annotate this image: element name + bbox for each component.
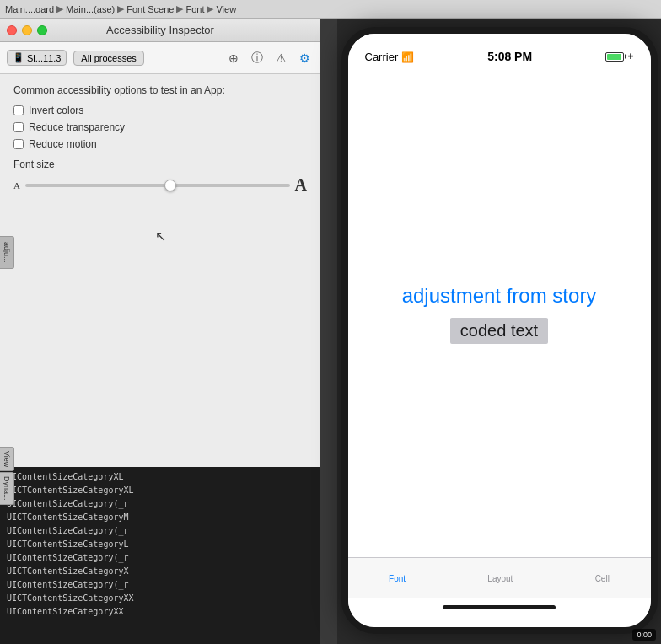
breadcrumb-item-5[interactable]: View bbox=[216, 4, 236, 14]
tab-cell[interactable]: Cell bbox=[595, 574, 610, 583]
close-button[interactable] bbox=[7, 25, 17, 35]
view-tab-label: View bbox=[3, 451, 11, 467]
iphone-frame: Carrier 📶 5:08 PM + adjustment from stor… bbox=[341, 27, 658, 634]
breadcrumb-sep-3: ▶ bbox=[176, 3, 183, 14]
reduce-transparency-label: Reduce transparency bbox=[29, 121, 125, 133]
breadcrumb-item-4[interactable]: Font bbox=[185, 4, 204, 14]
simulator-panel: Carrier 📶 5:08 PM + adjustment from stor… bbox=[337, 19, 661, 644]
code-line-2: UICTContentSizeCategoryXL bbox=[0, 484, 320, 497]
invert-colors-checkbox[interactable] bbox=[13, 105, 24, 115]
tab-layout-label: Layout bbox=[487, 574, 513, 583]
invert-colors-row: Invert colors bbox=[13, 105, 307, 116]
status-bar: Carrier 📶 5:08 PM + bbox=[348, 34, 651, 71]
options-title: Common accessibility options to test in … bbox=[13, 84, 307, 96]
code-line-1: UIContentSizeCategoryXL bbox=[0, 470, 320, 484]
story-text: adjustment from story bbox=[402, 284, 597, 308]
breadcrumb-item-3[interactable]: Font Scene bbox=[126, 4, 174, 14]
device-label: Si...11.3 bbox=[27, 53, 61, 63]
code-line-5: UIContentSizeCategory(_r bbox=[0, 524, 320, 538]
reduce-motion-label: Reduce motion bbox=[29, 138, 97, 150]
inspector-title: Accessibility Inspector bbox=[106, 24, 214, 36]
breadcrumb: Main....oard ▶ Main...(ase) ▶ Font Scene… bbox=[0, 0, 661, 19]
dyna-tab-label: Dyna... bbox=[3, 476, 11, 501]
large-a-icon: A bbox=[295, 175, 307, 195]
crosshair-icon[interactable]: ⊕ bbox=[224, 49, 243, 67]
reduce-motion-checkbox[interactable] bbox=[13, 139, 24, 149]
process-selector[interactable]: All processes bbox=[73, 51, 143, 66]
battery-plus-icon: + bbox=[627, 51, 633, 62]
font-size-slider[interactable] bbox=[25, 184, 290, 187]
reduce-motion-row: Reduce motion bbox=[13, 138, 307, 150]
breadcrumb-item-1[interactable]: Main....oard bbox=[5, 4, 54, 14]
settings-icon[interactable]: ⚙ bbox=[295, 49, 314, 67]
side-tab-label: adju... bbox=[3, 242, 11, 263]
side-tab-adjustment[interactable]: adju... bbox=[0, 236, 14, 269]
battery-fill bbox=[607, 54, 621, 60]
reduce-transparency-checkbox[interactable] bbox=[13, 122, 24, 132]
tab-font[interactable]: Font bbox=[389, 574, 406, 583]
code-line-11: UIContentSizeCategoryXX bbox=[0, 605, 320, 619]
font-size-label: Font size bbox=[13, 158, 307, 170]
tab-cell-label: Cell bbox=[595, 574, 610, 583]
mouse-cursor: ↖ bbox=[155, 228, 166, 244]
side-tab-view[interactable]: View bbox=[0, 447, 14, 473]
font-size-slider-container: A A bbox=[13, 175, 307, 195]
breadcrumb-item-2[interactable]: Main...(ase) bbox=[66, 4, 115, 14]
status-time: 5:08 PM bbox=[487, 50, 532, 63]
carrier-label: Carrier 📶 bbox=[365, 51, 414, 63]
toolbar-icons: ⊕ ⓘ ⚠ ⚙ bbox=[224, 49, 314, 67]
info-icon[interactable]: ⓘ bbox=[248, 49, 266, 67]
coded-text: coded text bbox=[450, 318, 548, 344]
invert-colors-label: Invert colors bbox=[29, 105, 83, 116]
breadcrumb-sep-4: ▶ bbox=[207, 3, 213, 14]
tab-font-label: Font bbox=[389, 574, 406, 583]
code-line-9: UIContentSizeCategory(_r bbox=[0, 578, 320, 592]
breadcrumb-sep-2: ▶ bbox=[117, 3, 124, 14]
wifi-icon: 📶 bbox=[401, 51, 414, 63]
inspector-titlebar: Accessibility Inspector bbox=[0, 19, 320, 42]
home-indicator[interactable] bbox=[443, 605, 556, 609]
corner-time-display: 0:00 bbox=[632, 629, 656, 641]
home-indicator-area bbox=[348, 598, 651, 627]
breadcrumb-sep-1: ▶ bbox=[56, 3, 63, 14]
minimize-button[interactable] bbox=[22, 25, 32, 35]
code-line-7: UIContentSizeCategory(_r bbox=[0, 551, 320, 565]
battery-icon bbox=[605, 52, 624, 62]
tab-bar: Font Layout Cell bbox=[348, 557, 651, 598]
code-line-3: UIContentSizeCategory(_r bbox=[0, 497, 320, 511]
reduce-transparency-row: Reduce transparency bbox=[13, 121, 307, 133]
font-size-section: Font size A A bbox=[13, 158, 307, 195]
app-content: adjustment from story coded text bbox=[348, 71, 651, 557]
warning-icon[interactable]: ⚠ bbox=[271, 49, 290, 67]
maximize-button[interactable] bbox=[37, 25, 47, 35]
code-line-6: UICTContentSizeCategoryL bbox=[0, 538, 320, 551]
code-line-8: UICTContentSizeCategoryX bbox=[0, 565, 320, 578]
small-a-icon: A bbox=[13, 180, 20, 191]
device-selector[interactable]: 📱 Si...11.3 bbox=[7, 50, 67, 66]
tab-layout[interactable]: Layout bbox=[487, 574, 513, 583]
code-output-area: UIContentSizeCategoryXL UICTContentSizeC… bbox=[0, 467, 320, 644]
code-line-4: UICTContentSizeCategoryM bbox=[0, 511, 320, 524]
simulator-icon: 📱 bbox=[13, 52, 24, 63]
process-label: All processes bbox=[81, 53, 136, 63]
window-controls bbox=[7, 25, 47, 35]
code-line-10: UICTContentSizeCategoryXX bbox=[0, 592, 320, 605]
inspector-toolbar: 📱 Si...11.3 All processes ⊕ ⓘ ⚠ ⚙ bbox=[0, 42, 320, 74]
side-tab-dyna[interactable]: Dyna... bbox=[0, 472, 14, 505]
status-battery: + bbox=[605, 51, 633, 62]
